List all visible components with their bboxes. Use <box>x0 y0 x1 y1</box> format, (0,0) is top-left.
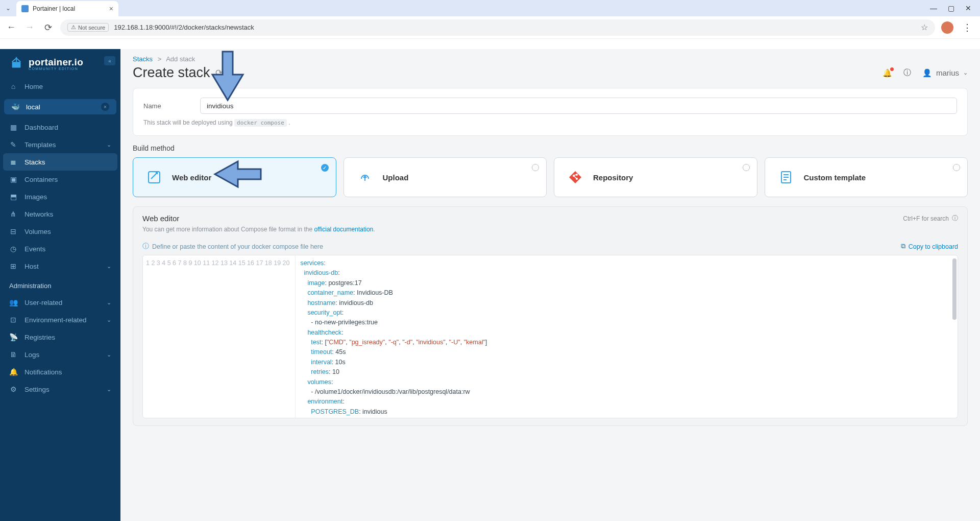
sidebar-item-networks[interactable]: ⋔Networks <box>0 205 120 223</box>
sidebar-item-user-related[interactable]: 👥User-related⌄ <box>0 294 120 311</box>
volumes-icon: ⊟ <box>9 227 17 235</box>
method-web-editor[interactable]: Web editor <box>133 157 336 197</box>
code-content[interactable]: services: invidious-db: image: postgres:… <box>296 255 958 418</box>
sidebar-item-containers[interactable]: ▣Containers <box>0 171 120 188</box>
sidebar-environment[interactable]: 🐳 local × <box>4 99 116 114</box>
chevron-down-icon: ⌄ <box>107 263 111 270</box>
upload-icon <box>356 169 374 186</box>
notifications-icon[interactable]: 🔔 <box>883 68 892 78</box>
method-custom-template[interactable]: Custom template <box>765 157 968 197</box>
collapse-sidebar-button[interactable]: « <box>104 56 115 65</box>
method-repository[interactable]: Repository <box>554 157 757 197</box>
sidebar-item-notifications[interactable]: 🔔Notifications <box>0 363 120 381</box>
browser-menu-icon[interactable]: ⋮ <box>960 22 975 33</box>
users-icon: 👥 <box>9 298 17 306</box>
copy-to-clipboard-button[interactable]: ⧉ Copy to clipboard <box>901 243 958 250</box>
logs-icon: 🗎 <box>9 350 17 359</box>
svg-line-7 <box>574 175 576 175</box>
radio-icon <box>532 164 539 171</box>
maximize-button[interactable]: ▢ <box>947 4 954 12</box>
sidebar-item-images[interactable]: ⬒Images <box>0 188 120 205</box>
user-menu[interactable]: 👤 marius ⌄ <box>922 68 968 78</box>
stack-name-input[interactable] <box>200 98 957 114</box>
events-icon: ◷ <box>9 245 17 253</box>
networks-icon: ⋔ <box>9 210 17 218</box>
sidebar-item-templates[interactable]: ✎Templates⌄ <box>0 136 120 153</box>
bell-icon: 🔔 <box>9 368 17 376</box>
radio-selected-icon <box>321 164 329 172</box>
sidebar-section-header: Administration <box>0 275 120 294</box>
minimize-button[interactable]: — <box>930 4 937 12</box>
chevron-down-icon: ⌄ <box>107 141 111 148</box>
help-icon[interactable]: ⓘ <box>903 68 911 78</box>
sidebar: portainer.io COMMUNITY EDITION « ⌂ Home … <box>0 49 120 521</box>
portainer-logo-icon <box>9 56 23 70</box>
help-icon[interactable]: ⓘ <box>952 214 958 223</box>
home-icon: ⌂ <box>9 82 17 90</box>
radio-icon <box>743 164 750 171</box>
logo[interactable]: portainer.io COMMUNITY EDITION <box>0 49 120 78</box>
user-icon: 👤 <box>922 68 932 78</box>
window-controls: — ▢ ✕ <box>922 4 980 12</box>
stacks-icon: ≣ <box>9 158 17 166</box>
name-label: Name <box>143 102 192 110</box>
line-numbers: 1 2 3 4 5 6 7 8 9 10 11 12 13 14 15 16 1… <box>143 255 296 418</box>
templates-icon: ✎ <box>9 140 17 149</box>
registries-icon: 📡 <box>9 333 17 341</box>
reload-button[interactable]: ⟳ <box>42 22 54 33</box>
name-card: Name This stack will be deployed using d… <box>133 88 968 136</box>
url-field[interactable]: ⚠ Not secure 192.168.1.18:9000/#!/2/dock… <box>60 19 935 36</box>
environment-icon: ⊡ <box>9 316 17 324</box>
sidebar-item-logs[interactable]: 🗎Logs⌄ <box>0 346 120 363</box>
not-secure-badge[interactable]: ⚠ Not secure <box>67 23 109 32</box>
close-env-icon[interactable]: × <box>101 103 109 111</box>
back-button[interactable]: ← <box>5 22 17 33</box>
breadcrumb-root[interactable]: Stacks <box>133 55 153 63</box>
forward-button[interactable]: → <box>23 22 36 33</box>
containers-icon: ▣ <box>9 175 17 183</box>
build-method-group: Web editor Upload Repository Custom temp… <box>133 157 968 197</box>
bookmark-star-icon[interactable]: ☆ <box>921 22 928 32</box>
build-method-label: Build method <box>133 144 968 152</box>
compose-editor[interactable]: 1 2 3 4 5 6 7 8 9 10 11 12 13 14 15 16 1… <box>142 255 958 418</box>
sidebar-item-environment-related[interactable]: ⊡Environment-related⌄ <box>0 311 120 328</box>
sidebar-item-volumes[interactable]: ⊟Volumes <box>0 223 120 240</box>
refresh-icon[interactable]: ⟳ <box>215 67 223 78</box>
search-hint: Ctrl+F for search ⓘ <box>903 214 958 223</box>
web-editor-icon <box>145 169 163 186</box>
scrollbar-thumb[interactable] <box>952 258 957 320</box>
chevron-down-icon: ⌄ <box>107 386 111 393</box>
svg-rect-0 <box>12 62 21 67</box>
close-window-button[interactable]: ✕ <box>965 4 972 12</box>
logo-text: portainer.io <box>29 57 83 68</box>
chevron-down-icon: ⌄ <box>107 317 111 323</box>
sidebar-item-events[interactable]: ◷Events <box>0 240 120 257</box>
url-text: 192.168.1.18:9000/#!/2/docker/stacks/new… <box>114 23 254 31</box>
browser-tab[interactable]: Portainer | local × <box>16 1 118 16</box>
sidebar-item-stacks[interactable]: ≣Stacks <box>3 153 117 171</box>
tab-title: Portainer | local <box>33 5 105 12</box>
sidebar-item-registries[interactable]: 📡Registries <box>0 328 120 346</box>
editor-placeholder-hint: ⓘ Define or paste the content of your do… <box>142 242 323 251</box>
sidebar-item-home[interactable]: ⌂ Home <box>0 78 120 95</box>
radio-icon <box>953 164 960 171</box>
method-upload[interactable]: Upload <box>344 157 547 197</box>
docs-link[interactable]: official documentation <box>314 226 373 233</box>
breadcrumb: Stacks > Add stack <box>120 49 980 63</box>
svg-rect-2 <box>149 172 160 183</box>
chevron-down-icon: ⌄ <box>107 351 111 358</box>
breadcrumb-current: Add stack <box>166 55 195 63</box>
sidebar-item-dashboard[interactable]: ▦Dashboard <box>0 119 120 136</box>
address-bar: ← → ⟳ ⚠ Not secure 192.168.1.18:9000/#!/… <box>0 16 980 39</box>
tab-list-dropdown[interactable]: ⌄ <box>0 5 16 12</box>
info-icon: ⓘ <box>142 242 149 251</box>
browser-tab-strip: ⌄ Portainer | local × — ▢ ✕ <box>0 0 980 16</box>
close-tab-icon[interactable]: × <box>109 5 113 13</box>
profile-avatar[interactable] <box>941 21 953 34</box>
sidebar-item-settings[interactable]: ⚙Settings⌄ <box>0 381 120 398</box>
logo-subtitle: COMMUNITY EDITION <box>29 67 83 70</box>
copy-icon: ⧉ <box>901 243 905 250</box>
sidebar-item-host[interactable]: ⊞Host⌄ <box>0 257 120 275</box>
images-icon: ⬒ <box>9 193 17 201</box>
favicon-icon <box>21 5 29 12</box>
